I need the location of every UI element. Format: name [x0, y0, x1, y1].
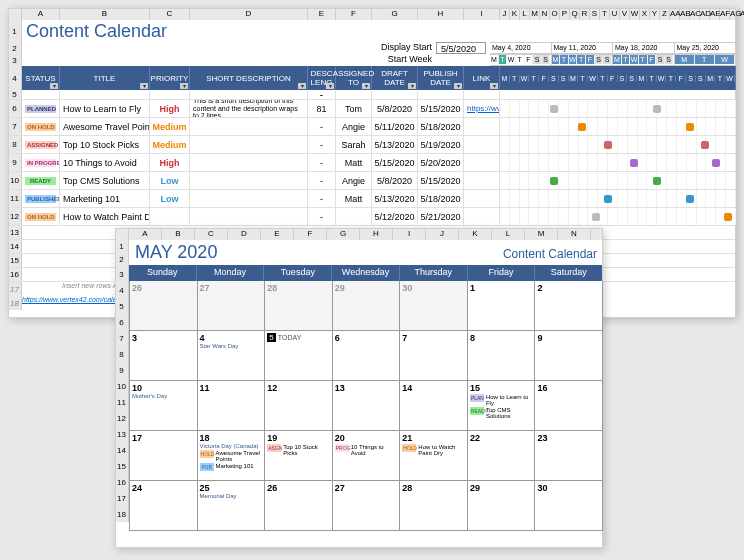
filter-dropdown-icon[interactable]: ▾ [454, 83, 462, 89]
cell-length[interactable]: - [308, 172, 336, 189]
col-header[interactable]: D [190, 8, 308, 20]
calendar-cell[interactable]: 14 [400, 381, 468, 431]
cell-assigned[interactable] [336, 208, 372, 225]
cell-publish-date[interactable]: 5/18/2020 [418, 190, 464, 207]
calendar-cell[interactable]: 26 [265, 481, 333, 531]
column-header-title[interactable]: TITLE▾ [60, 66, 150, 90]
cell-assigned[interactable]: Matt [336, 190, 372, 207]
calendar-cell[interactable]: 13 [333, 381, 401, 431]
cell-link[interactable] [464, 208, 500, 225]
cell-description[interactable] [190, 208, 308, 225]
col-header[interactable]: AH [740, 8, 744, 20]
col-header[interactable]: L [492, 228, 525, 240]
col-header[interactable]: K [459, 228, 492, 240]
cell-length[interactable]: - [308, 190, 336, 207]
col-header[interactable]: B [60, 8, 150, 20]
col-header[interactable]: V [620, 8, 630, 20]
cell-assigned[interactable]: Tom [336, 100, 372, 117]
calendar-cell[interactable]: 6 [333, 331, 401, 381]
filter-dropdown-icon[interactable]: ▾ [50, 83, 58, 89]
calendar-cell[interactable]: 5 TODAY [265, 331, 333, 381]
table-row[interactable]: 10 READY Top CMS Solutions Low - Angie 5… [8, 172, 736, 190]
cell-link[interactable] [464, 118, 500, 135]
col-header[interactable]: Y [650, 8, 660, 20]
calendar-event[interactable]: HOLDHow to Watch Paint Dry [402, 444, 465, 456]
col-header[interactable]: AF [720, 8, 730, 20]
cell-title[interactable]: Top CMS Solutions [60, 172, 150, 189]
cell-description[interactable] [190, 118, 308, 135]
calendar-cell[interactable]: 7 [400, 331, 468, 381]
cell-link[interactable]: https://wv [464, 100, 500, 117]
col-header[interactable]: H [360, 228, 393, 240]
calendar-cell[interactable]: 11 [198, 381, 266, 431]
column-header-desc leng[interactable]: DESC LENG▾ [308, 66, 336, 90]
calendar-cell[interactable]: 10Mother's Day [129, 381, 198, 431]
col-header[interactable]: K [510, 8, 520, 20]
calendar-cell[interactable]: 9 [535, 331, 603, 381]
calendar-cell[interactable]: 16 [535, 381, 603, 431]
cell-assigned[interactable]: Matt [336, 154, 372, 171]
cell-publish-date[interactable]: 5/21/2020 [418, 208, 464, 225]
calendar-cell[interactable]: 22 [468, 431, 536, 481]
column-header-assigned to[interactable]: ASSIGNED TO▾ [336, 66, 372, 90]
cell-title[interactable]: How to Watch Paint Dry [60, 208, 150, 225]
cell-description[interactable] [190, 154, 308, 171]
cell-draft-date[interactable]: 5/15/2020 [372, 154, 418, 171]
calendar-cell[interactable]: 3 [129, 331, 198, 381]
table-row[interactable]: 8 ASSIGNED Top 10 Stock Picks Medium - S… [8, 136, 736, 154]
col-header[interactable]: J [500, 8, 510, 20]
col-header[interactable]: B [162, 228, 195, 240]
cell-draft-date[interactable]: 5/8/2020 [372, 172, 418, 189]
col-header[interactable]: A [129, 228, 162, 240]
col-header[interactable]: AB [680, 8, 690, 20]
cell-draft-date[interactable]: 5/12/2020 [372, 208, 418, 225]
calendar-cell[interactable]: 28 [400, 481, 468, 531]
cell-description[interactable] [190, 190, 308, 207]
cell-length[interactable]: - [308, 136, 336, 153]
cell-description[interactable]: This is a short description of this cont… [190, 100, 308, 117]
calendar-cell[interactable]: 15PLANHow to Learn to FlyREADYTop CMS So… [468, 381, 536, 431]
cell-draft-date[interactable]: 5/13/2020 [372, 190, 418, 207]
col-header[interactable]: O [550, 8, 560, 20]
filter-dropdown-icon[interactable]: ▾ [298, 83, 306, 89]
column-header-priority[interactable]: PRIORITY▾ [150, 66, 190, 90]
calendar-cell[interactable]: 18Victoria Day (Canada)HOLDAwesome Trave… [198, 431, 266, 481]
cell-priority[interactable]: High [150, 154, 190, 171]
calendar-cell[interactable]: 8 [468, 331, 536, 381]
col-header[interactable]: E [261, 228, 294, 240]
col-header[interactable]: F [336, 8, 372, 20]
calendar-cell[interactable]: 2 [535, 281, 603, 331]
col-header[interactable]: I [393, 228, 426, 240]
cell-draft-date[interactable]: 5/11/2020 [372, 118, 418, 135]
calendar-cell[interactable]: 30 [535, 481, 603, 531]
col-header[interactable]: L [520, 8, 530, 20]
calendar-cell[interactable]: 26 [129, 281, 198, 331]
table-row[interactable]: 6 PLANNED How to Learn to Fly High This … [8, 100, 736, 118]
col-header[interactable]: M [530, 8, 540, 20]
col-header[interactable]: X [640, 8, 650, 20]
cell-title[interactable]: Awesome Travel Points [60, 118, 150, 135]
filter-dropdown-icon[interactable]: ▾ [408, 83, 416, 89]
col-header[interactable]: T [600, 8, 610, 20]
filter-dropdown-icon[interactable]: ▾ [180, 83, 188, 89]
col-header[interactable]: AC [690, 8, 700, 20]
filter-dropdown-icon[interactable]: ▾ [140, 83, 148, 89]
calendar-event[interactable]: READYTop CMS Solutions [470, 407, 533, 419]
cell-title[interactable]: Marketing 101 [60, 190, 150, 207]
calendar-cell[interactable]: 29 [333, 281, 401, 331]
col-header[interactable]: M [525, 228, 558, 240]
cell-publish-date[interactable]: 5/19/2020 [418, 136, 464, 153]
col-header[interactable]: R [580, 8, 590, 20]
col-header[interactable]: I [464, 8, 500, 20]
cell-assigned[interactable]: Angie [336, 172, 372, 189]
cell-link[interactable] [464, 136, 500, 153]
cell-title[interactable]: Top 10 Stock Picks [60, 136, 150, 153]
calendar-cell[interactable]: 28 [265, 281, 333, 331]
col-header[interactable]: Z [660, 8, 670, 20]
col-header[interactable]: C [195, 228, 228, 240]
calendar-cell[interactable]: 27 [198, 281, 266, 331]
table-row[interactable]: 12 ON HOLD How to Watch Paint Dry - 5/12… [8, 208, 736, 226]
cell-draft-date[interactable]: 5/8/2020 [372, 100, 418, 117]
col-header[interactable]: AE [710, 8, 720, 20]
cell-length[interactable]: - [308, 154, 336, 171]
